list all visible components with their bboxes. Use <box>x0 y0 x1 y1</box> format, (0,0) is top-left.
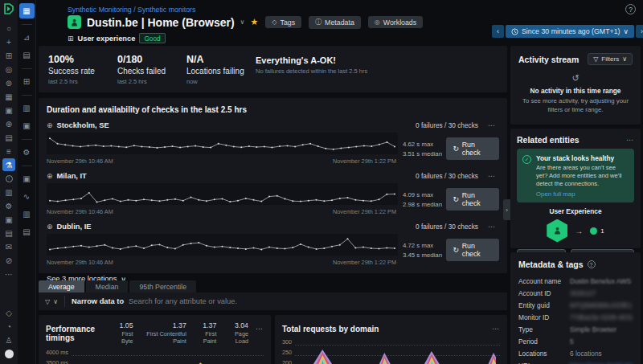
healthy-body: Are there areas you can't see yet? Add m… <box>536 164 629 188</box>
summary-icon[interactable]: ▦ <box>19 3 35 18</box>
locations-card: Duration and availability of checks in t… <box>39 98 507 273</box>
user-avatar[interactable] <box>2 347 15 360</box>
run-check-button[interactable]: ↻Run check <box>446 239 499 261</box>
screenshots-icon[interactable]: ▣ <box>19 118 35 133</box>
time-range-picker[interactable]: Since 30 minutes ago (GMT+1) ∨ <box>506 25 634 38</box>
chevron-down-icon: ∨ <box>53 298 58 305</box>
more-icon[interactable]: ⋯ <box>2 268 15 280</box>
entity-dot-icon[interactable] <box>590 227 597 235</box>
tab-95th-percentile[interactable]: 95th Percentile <box>129 280 196 292</box>
filter-funnel-button[interactable]: ▽∨ <box>39 298 64 305</box>
status-badge: Good <box>139 33 165 43</box>
settings-icon[interactable]: ⚙ <box>2 199 15 212</box>
filter-search-input[interactable]: Search for any attribute or value. <box>129 297 237 305</box>
waterfall-icon[interactable]: ∿ <box>19 189 35 204</box>
run-check-button[interactable]: ↻Run check <box>446 188 499 211</box>
location-name: Milan, IT <box>57 172 87 180</box>
pages-icon[interactable]: ▣ <box>19 171 35 186</box>
synthetics-icon[interactable]: ⚗ <box>2 158 15 171</box>
page-header: Synthetic Monitoring / Synthetic monitor… <box>36 0 643 44</box>
metadata-title: Metadata & tags <box>518 260 584 269</box>
workloads-button[interactable]: ◎Workloads <box>368 16 423 28</box>
report-icon[interactable]: ▤ <box>19 224 35 239</box>
clock-icon <box>511 28 518 35</box>
monitor-settings-icon[interactable]: ⚙ <box>19 145 35 160</box>
app-logo-icon[interactable] <box>3 3 14 14</box>
row-menu-button[interactable]: ⋯ <box>488 121 496 129</box>
favorite-star-icon[interactable]: ★ <box>250 17 258 27</box>
chart-start-time: November 29th 10:46 AM <box>47 259 113 266</box>
breadcrumb[interactable]: Synthetic Monitoring / Synthetic monitor… <box>68 6 195 14</box>
run-check-button[interactable]: ↻Run check <box>446 137 499 160</box>
shield-icon[interactable]: ◇ <box>2 306 15 319</box>
panel-collapse-handle[interactable]: › <box>503 199 510 220</box>
title-dropdown-caret-icon[interactable]: ∨ <box>240 18 245 26</box>
time-prev-button[interactable]: ‹ <box>492 25 504 38</box>
filters-button[interactable]: ▽Filters∨ <box>588 53 633 65</box>
infrastructure-icon[interactable]: ▥ <box>2 186 15 198</box>
apps-icon[interactable]: ⊞ <box>2 49 15 62</box>
search-icon[interactable]: ○ <box>2 22 15 35</box>
account-icon[interactable]: ♙ <box>2 333 15 346</box>
chart-end-time: November 29th 1:22 PM <box>333 157 396 165</box>
open-full-map-link[interactable]: Open full map <box>536 190 629 198</box>
messages-icon[interactable]: ✉ <box>2 240 15 253</box>
location-sparkline <box>47 183 398 205</box>
row-menu-button[interactable]: ⋯ <box>488 172 496 180</box>
schedule-icon[interactable]: ▤ <box>19 47 35 63</box>
results-icon[interactable]: ⊿ <box>19 30 35 45</box>
cards-icon[interactable]: ▣ <box>2 213 15 226</box>
location-row-dublin: ⊕Dublin, IE 0 failures / 30 checks ⋯ Nov… <box>47 221 499 266</box>
explorer-icon[interactable]: ◎ <box>2 63 15 76</box>
resources-icon[interactable]: ⊞ <box>19 74 35 89</box>
primary-nav-rail: ○+⊞◎⊚▦▣⊕▤≡⚗!▥⚙▣▤✉⊘⋯ ◇◔♙ <box>0 0 18 364</box>
logs-icon[interactable]: ≡ <box>2 145 15 157</box>
tab-average[interactable]: Average <box>39 280 84 292</box>
activity-stream-title: Activity stream <box>518 55 579 64</box>
offline-icon[interactable]: ⊘ <box>2 254 15 267</box>
refresh-icon: ↻ <box>453 246 458 254</box>
metadata-button[interactable]: ⓘMetadata <box>309 16 361 29</box>
location-row-stockholm: ⊕Stockholm, SE 0 failures / 30 checks ⋯ … <box>47 120 499 165</box>
documents-icon[interactable]: ▤ <box>2 131 15 144</box>
metadata-label: URL <box>518 362 570 364</box>
help-icon[interactable]: ? <box>588 260 596 268</box>
locations-card-title: Duration and availability of checks in t… <box>47 105 499 114</box>
performance-chart: 4000 ms 3500 ms 3000 ms <box>46 349 264 364</box>
refresh-icon: ↻ <box>453 145 458 153</box>
analytics-icon[interactable]: ▥ <box>19 207 35 222</box>
help-button[interactable]: ? <box>625 4 636 14</box>
dashboards-icon[interactable]: ▦ <box>2 90 15 103</box>
filter-bar[interactable]: ▽∨ Narrow data to Search for any attribu… <box>39 292 507 310</box>
databases-icon[interactable]: ▤ <box>2 227 15 239</box>
history-icon: ↺ <box>518 73 633 84</box>
card-menu-button[interactable]: ⋯ <box>492 321 500 333</box>
alerts-icon[interactable]: ! <box>2 172 15 185</box>
time-caret-icon: ∨ <box>623 27 628 35</box>
services-icon[interactable]: ⊚ <box>2 76 15 89</box>
chevron-down-icon: ∨ <box>622 55 627 63</box>
recent-icon[interactable]: ◔ <box>2 320 15 333</box>
browser-apps-icon[interactable]: ▣ <box>2 104 15 117</box>
metadata-value: 5 <box>570 337 574 346</box>
timings-icon[interactable]: ▥ <box>19 100 35 116</box>
metadata-value[interactable]: https://www.dustin.be/ho... <box>570 362 633 364</box>
tags-button[interactable]: ◇Tags <box>265 16 301 28</box>
healthy-title: Your stack looks healthy <box>536 154 629 162</box>
add-icon[interactable]: + <box>2 35 15 48</box>
tab-median[interactable]: Median <box>86 280 129 292</box>
stat-all-ok: Everything's A-OK! No failures detected … <box>256 54 367 92</box>
row-menu-button[interactable]: ⋯ <box>488 223 496 231</box>
metadata-row: URLhttps://www.dustin.be/ho... <box>518 359 633 364</box>
relation-arrow-icon: → <box>575 227 583 235</box>
card-menu-button[interactable]: ⋯ <box>256 321 264 333</box>
requests-by-domain-card: Total requests by domain ⋯ 300 250 200 <box>275 315 507 364</box>
metric-first-byte: 1.05First Byte <box>113 321 133 345</box>
metadata-row: Account nameDustin Benelux AWS <box>518 275 633 287</box>
entity-hexagon-icon[interactable] <box>547 219 567 243</box>
location-sparkline <box>47 133 398 154</box>
time-next-button[interactable]: › <box>636 25 643 38</box>
card-menu-button[interactable]: ⋯ <box>626 136 634 144</box>
web-icon[interactable]: ⊕ <box>2 117 15 130</box>
metadata-label: Type <box>518 325 570 333</box>
